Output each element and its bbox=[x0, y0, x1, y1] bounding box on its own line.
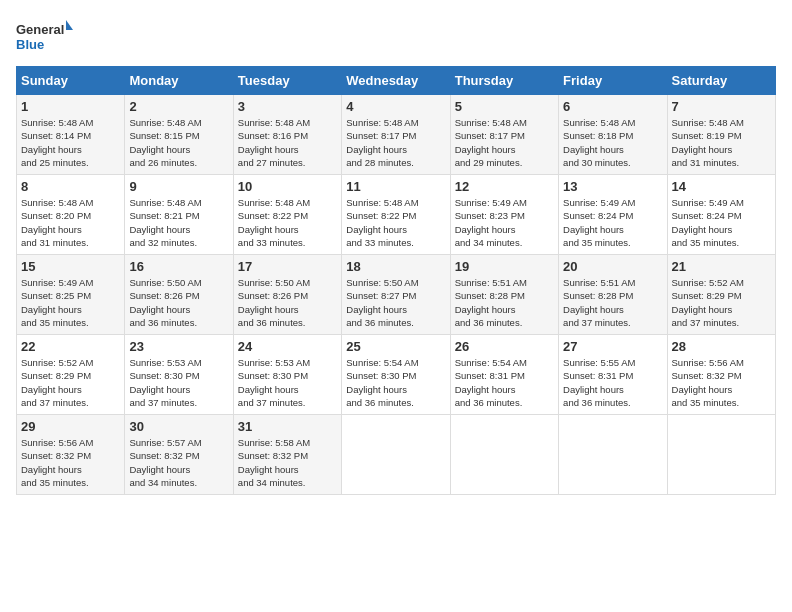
day-number: 4 bbox=[346, 99, 445, 114]
day-info: Sunrise: 5:48 AM Sunset: 8:18 PM Dayligh… bbox=[563, 116, 662, 169]
calendar-week-1: 1 Sunrise: 5:48 AM Sunset: 8:14 PM Dayli… bbox=[17, 95, 776, 175]
day-info: Sunrise: 5:49 AM Sunset: 8:23 PM Dayligh… bbox=[455, 196, 554, 249]
calendar-cell-day-17: 17 Sunrise: 5:50 AM Sunset: 8:26 PM Dayl… bbox=[233, 255, 341, 335]
col-thursday: Thursday bbox=[450, 67, 558, 95]
calendar-cell-day-26: 26 Sunrise: 5:54 AM Sunset: 8:31 PM Dayl… bbox=[450, 335, 558, 415]
day-number: 25 bbox=[346, 339, 445, 354]
calendar-cell-day-22: 22 Sunrise: 5:52 AM Sunset: 8:29 PM Dayl… bbox=[17, 335, 125, 415]
day-info: Sunrise: 5:48 AM Sunset: 8:19 PM Dayligh… bbox=[672, 116, 771, 169]
day-info: Sunrise: 5:48 AM Sunset: 8:22 PM Dayligh… bbox=[346, 196, 445, 249]
day-number: 14 bbox=[672, 179, 771, 194]
day-number: 19 bbox=[455, 259, 554, 274]
calendar-cell-day-9: 9 Sunrise: 5:48 AM Sunset: 8:21 PM Dayli… bbox=[125, 175, 233, 255]
calendar-week-3: 15 Sunrise: 5:49 AM Sunset: 8:25 PM Dayl… bbox=[17, 255, 776, 335]
day-info: Sunrise: 5:56 AM Sunset: 8:32 PM Dayligh… bbox=[672, 356, 771, 409]
calendar-cell-day-13: 13 Sunrise: 5:49 AM Sunset: 8:24 PM Dayl… bbox=[559, 175, 667, 255]
day-info: Sunrise: 5:48 AM Sunset: 8:15 PM Dayligh… bbox=[129, 116, 228, 169]
day-info: Sunrise: 5:49 AM Sunset: 8:24 PM Dayligh… bbox=[563, 196, 662, 249]
day-info: Sunrise: 5:50 AM Sunset: 8:26 PM Dayligh… bbox=[238, 276, 337, 329]
calendar-cell-day-3: 3 Sunrise: 5:48 AM Sunset: 8:16 PM Dayli… bbox=[233, 95, 341, 175]
day-number: 28 bbox=[672, 339, 771, 354]
calendar-cell-day-2: 2 Sunrise: 5:48 AM Sunset: 8:15 PM Dayli… bbox=[125, 95, 233, 175]
day-number: 29 bbox=[21, 419, 120, 434]
calendar-week-5: 29 Sunrise: 5:56 AM Sunset: 8:32 PM Dayl… bbox=[17, 415, 776, 495]
day-number: 12 bbox=[455, 179, 554, 194]
calendar-cell-day-11: 11 Sunrise: 5:48 AM Sunset: 8:22 PM Dayl… bbox=[342, 175, 450, 255]
calendar-cell-day-23: 23 Sunrise: 5:53 AM Sunset: 8:30 PM Dayl… bbox=[125, 335, 233, 415]
day-info: Sunrise: 5:54 AM Sunset: 8:31 PM Dayligh… bbox=[455, 356, 554, 409]
calendar-cell-day-24: 24 Sunrise: 5:53 AM Sunset: 8:30 PM Dayl… bbox=[233, 335, 341, 415]
day-number: 16 bbox=[129, 259, 228, 274]
day-number: 27 bbox=[563, 339, 662, 354]
calendar-cell-empty bbox=[559, 415, 667, 495]
day-number: 22 bbox=[21, 339, 120, 354]
day-number: 8 bbox=[21, 179, 120, 194]
day-number: 24 bbox=[238, 339, 337, 354]
day-info: Sunrise: 5:58 AM Sunset: 8:32 PM Dayligh… bbox=[238, 436, 337, 489]
day-info: Sunrise: 5:48 AM Sunset: 8:17 PM Dayligh… bbox=[455, 116, 554, 169]
day-number: 11 bbox=[346, 179, 445, 194]
calendar-cell-empty bbox=[450, 415, 558, 495]
calendar-cell-day-14: 14 Sunrise: 5:49 AM Sunset: 8:24 PM Dayl… bbox=[667, 175, 775, 255]
day-info: Sunrise: 5:48 AM Sunset: 8:16 PM Dayligh… bbox=[238, 116, 337, 169]
page-header: General Blue bbox=[16, 16, 776, 56]
calendar-cell-day-5: 5 Sunrise: 5:48 AM Sunset: 8:17 PM Dayli… bbox=[450, 95, 558, 175]
day-number: 18 bbox=[346, 259, 445, 274]
day-info: Sunrise: 5:50 AM Sunset: 8:27 PM Dayligh… bbox=[346, 276, 445, 329]
day-number: 26 bbox=[455, 339, 554, 354]
day-number: 30 bbox=[129, 419, 228, 434]
day-info: Sunrise: 5:53 AM Sunset: 8:30 PM Dayligh… bbox=[129, 356, 228, 409]
calendar-cell-empty bbox=[667, 415, 775, 495]
calendar-cell-day-4: 4 Sunrise: 5:48 AM Sunset: 8:17 PM Dayli… bbox=[342, 95, 450, 175]
calendar-cell-day-20: 20 Sunrise: 5:51 AM Sunset: 8:28 PM Dayl… bbox=[559, 255, 667, 335]
day-number: 3 bbox=[238, 99, 337, 114]
day-info: Sunrise: 5:52 AM Sunset: 8:29 PM Dayligh… bbox=[21, 356, 120, 409]
calendar-cell-day-31: 31 Sunrise: 5:58 AM Sunset: 8:32 PM Dayl… bbox=[233, 415, 341, 495]
day-info: Sunrise: 5:57 AM Sunset: 8:32 PM Dayligh… bbox=[129, 436, 228, 489]
day-info: Sunrise: 5:49 AM Sunset: 8:24 PM Dayligh… bbox=[672, 196, 771, 249]
day-info: Sunrise: 5:53 AM Sunset: 8:30 PM Dayligh… bbox=[238, 356, 337, 409]
calendar-week-2: 8 Sunrise: 5:48 AM Sunset: 8:20 PM Dayli… bbox=[17, 175, 776, 255]
calendar-cell-day-28: 28 Sunrise: 5:56 AM Sunset: 8:32 PM Dayl… bbox=[667, 335, 775, 415]
day-info: Sunrise: 5:48 AM Sunset: 8:22 PM Dayligh… bbox=[238, 196, 337, 249]
svg-marker-1 bbox=[66, 20, 73, 30]
day-info: Sunrise: 5:48 AM Sunset: 8:21 PM Dayligh… bbox=[129, 196, 228, 249]
day-info: Sunrise: 5:48 AM Sunset: 8:20 PM Dayligh… bbox=[21, 196, 120, 249]
day-info: Sunrise: 5:51 AM Sunset: 8:28 PM Dayligh… bbox=[455, 276, 554, 329]
calendar-cell-day-15: 15 Sunrise: 5:49 AM Sunset: 8:25 PM Dayl… bbox=[17, 255, 125, 335]
day-number: 20 bbox=[563, 259, 662, 274]
day-info: Sunrise: 5:51 AM Sunset: 8:28 PM Dayligh… bbox=[563, 276, 662, 329]
calendar-cell-day-21: 21 Sunrise: 5:52 AM Sunset: 8:29 PM Dayl… bbox=[667, 255, 775, 335]
calendar-cell-day-1: 1 Sunrise: 5:48 AM Sunset: 8:14 PM Dayli… bbox=[17, 95, 125, 175]
logo: General Blue bbox=[16, 16, 76, 56]
day-number: 7 bbox=[672, 99, 771, 114]
day-info: Sunrise: 5:48 AM Sunset: 8:14 PM Dayligh… bbox=[21, 116, 120, 169]
day-info: Sunrise: 5:54 AM Sunset: 8:30 PM Dayligh… bbox=[346, 356, 445, 409]
day-number: 13 bbox=[563, 179, 662, 194]
col-sunday: Sunday bbox=[17, 67, 125, 95]
calendar-cell-day-7: 7 Sunrise: 5:48 AM Sunset: 8:19 PM Dayli… bbox=[667, 95, 775, 175]
day-info: Sunrise: 5:50 AM Sunset: 8:26 PM Dayligh… bbox=[129, 276, 228, 329]
calendar-cell-day-18: 18 Sunrise: 5:50 AM Sunset: 8:27 PM Dayl… bbox=[342, 255, 450, 335]
col-friday: Friday bbox=[559, 67, 667, 95]
day-info: Sunrise: 5:49 AM Sunset: 8:25 PM Dayligh… bbox=[21, 276, 120, 329]
calendar-cell-day-10: 10 Sunrise: 5:48 AM Sunset: 8:22 PM Dayl… bbox=[233, 175, 341, 255]
calendar-header-row: Sunday Monday Tuesday Wednesday Thursday… bbox=[17, 67, 776, 95]
svg-text:Blue: Blue bbox=[16, 37, 44, 52]
day-number: 6 bbox=[563, 99, 662, 114]
col-tuesday: Tuesday bbox=[233, 67, 341, 95]
day-number: 10 bbox=[238, 179, 337, 194]
calendar-cell-day-19: 19 Sunrise: 5:51 AM Sunset: 8:28 PM Dayl… bbox=[450, 255, 558, 335]
calendar-cell-day-12: 12 Sunrise: 5:49 AM Sunset: 8:23 PM Dayl… bbox=[450, 175, 558, 255]
calendar-cell-day-25: 25 Sunrise: 5:54 AM Sunset: 8:30 PM Dayl… bbox=[342, 335, 450, 415]
day-number: 23 bbox=[129, 339, 228, 354]
day-number: 2 bbox=[129, 99, 228, 114]
calendar-cell-day-30: 30 Sunrise: 5:57 AM Sunset: 8:32 PM Dayl… bbox=[125, 415, 233, 495]
calendar-cell-day-6: 6 Sunrise: 5:48 AM Sunset: 8:18 PM Dayli… bbox=[559, 95, 667, 175]
day-number: 5 bbox=[455, 99, 554, 114]
calendar-cell-day-8: 8 Sunrise: 5:48 AM Sunset: 8:20 PM Dayli… bbox=[17, 175, 125, 255]
day-number: 17 bbox=[238, 259, 337, 274]
logo-svg: General Blue bbox=[16, 16, 76, 56]
col-monday: Monday bbox=[125, 67, 233, 95]
calendar-table: Sunday Monday Tuesday Wednesday Thursday… bbox=[16, 66, 776, 495]
